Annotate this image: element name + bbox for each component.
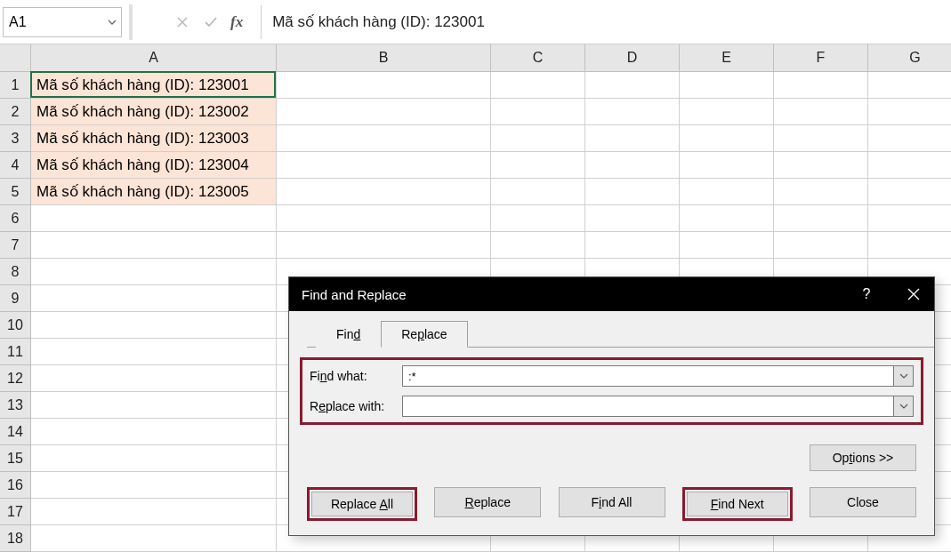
row-header[interactable]: 9 <box>0 285 31 312</box>
cell[interactable] <box>774 179 868 205</box>
cell[interactable] <box>491 232 585 259</box>
dialog-title-bar[interactable]: Find and Replace ? <box>289 277 934 311</box>
cell[interactable] <box>491 152 585 179</box>
close-icon[interactable] <box>893 277 934 311</box>
cell[interactable] <box>774 232 868 259</box>
row-header[interactable]: 7 <box>0 232 31 259</box>
cell[interactable] <box>491 72 585 99</box>
cell[interactable] <box>868 152 951 179</box>
column-header[interactable]: B <box>277 44 491 72</box>
cell[interactable] <box>31 339 277 365</box>
cell[interactable] <box>277 205 491 232</box>
cell[interactable] <box>680 179 774 205</box>
row-header[interactable]: 13 <box>0 392 31 419</box>
replace-with-input[interactable] <box>402 396 894 417</box>
column-header[interactable]: E <box>680 44 774 72</box>
row-header[interactable]: 10 <box>0 312 31 339</box>
tab-find[interactable]: Find <box>316 321 381 348</box>
find-all-button[interactable]: Find All <box>559 487 665 517</box>
cell[interactable] <box>277 99 491 125</box>
replace-button[interactable]: Replace <box>434 487 541 517</box>
cell[interactable]: Mã số khách hàng (ID): 123003 <box>31 125 277 152</box>
cell[interactable] <box>31 365 277 392</box>
row-header[interactable]: 11 <box>0 339 31 365</box>
cell[interactable] <box>868 125 951 152</box>
column-header[interactable]: A <box>31 44 277 72</box>
help-button[interactable]: ? <box>840 277 893 311</box>
confirm-edit-icon[interactable] <box>197 8 225 36</box>
cell[interactable] <box>868 205 951 232</box>
find-next-button[interactable]: Find Next <box>687 492 788 516</box>
row-header[interactable]: 16 <box>0 472 31 499</box>
cell[interactable] <box>491 125 585 152</box>
row-header[interactable]: 5 <box>0 179 31 205</box>
cell[interactable] <box>680 205 774 232</box>
cell[interactable] <box>31 232 277 259</box>
column-header[interactable]: G <box>868 44 951 72</box>
column-header[interactable]: D <box>585 44 680 72</box>
cell[interactable] <box>31 312 277 339</box>
cell[interactable] <box>277 72 491 99</box>
cell[interactable] <box>585 99 680 125</box>
cancel-edit-icon[interactable] <box>168 8 197 36</box>
row-header[interactable]: 17 <box>0 499 31 525</box>
cell[interactable] <box>277 232 491 259</box>
cell[interactable]: Mã số khách hàng (ID): 123002 <box>31 99 277 125</box>
find-dropdown-icon[interactable] <box>894 365 914 387</box>
cell[interactable] <box>491 205 585 232</box>
cell[interactable] <box>31 499 277 525</box>
cell[interactable] <box>31 472 277 499</box>
row-header[interactable]: 6 <box>0 205 31 232</box>
column-header[interactable]: F <box>774 44 868 72</box>
cell[interactable] <box>868 232 951 259</box>
cell[interactable] <box>585 232 680 259</box>
cell[interactable] <box>585 72 680 99</box>
cell[interactable] <box>680 232 774 259</box>
cell[interactable] <box>585 152 680 179</box>
row-header[interactable]: 14 <box>0 419 31 445</box>
row-header[interactable]: 2 <box>0 99 31 125</box>
cell[interactable]: Mã số khách hàng (ID): 123001 <box>31 72 277 99</box>
cell[interactable] <box>277 179 491 205</box>
cell[interactable] <box>774 152 868 179</box>
select-all-corner[interactable] <box>0 44 31 72</box>
cell[interactable] <box>31 419 277 445</box>
name-box-dropdown-icon[interactable] <box>107 17 117 28</box>
close-button[interactable]: Close <box>810 487 916 517</box>
cell[interactable] <box>31 205 277 232</box>
cell[interactable] <box>31 259 277 285</box>
cell[interactable] <box>774 205 868 232</box>
cell[interactable] <box>868 99 951 125</box>
replace-all-button[interactable]: Replace All <box>311 492 413 516</box>
cell[interactable] <box>491 99 585 125</box>
cell[interactable] <box>868 179 951 205</box>
cell[interactable] <box>31 445 277 472</box>
row-header[interactable]: 8 <box>0 259 31 285</box>
row-header[interactable]: 4 <box>0 152 31 179</box>
cell[interactable] <box>585 205 680 232</box>
cell[interactable] <box>31 525 277 552</box>
row-header[interactable]: 15 <box>0 445 31 472</box>
cell[interactable] <box>774 99 868 125</box>
cell[interactable] <box>680 72 774 99</box>
cell[interactable] <box>31 285 277 312</box>
cell[interactable] <box>680 152 774 179</box>
cell[interactable] <box>585 125 680 152</box>
fx-icon[interactable]: fx <box>225 13 261 31</box>
cell[interactable] <box>680 125 774 152</box>
cell[interactable] <box>491 179 585 205</box>
cell[interactable] <box>680 99 774 125</box>
column-header[interactable]: C <box>491 44 585 72</box>
cell[interactable] <box>774 72 868 99</box>
cell[interactable] <box>277 152 491 179</box>
options-button[interactable]: Options >> <box>810 444 916 471</box>
cell[interactable] <box>31 392 277 419</box>
cell[interactable] <box>277 125 491 152</box>
cell[interactable] <box>585 179 680 205</box>
cell[interactable] <box>774 125 868 152</box>
replace-dropdown-icon[interactable] <box>894 396 914 417</box>
cell[interactable]: Mã số khách hàng (ID): 123005 <box>31 179 277 205</box>
row-header[interactable]: 3 <box>0 125 31 152</box>
tab-replace[interactable]: Replace <box>381 321 467 348</box>
name-box[interactable]: A1 <box>3 7 122 37</box>
